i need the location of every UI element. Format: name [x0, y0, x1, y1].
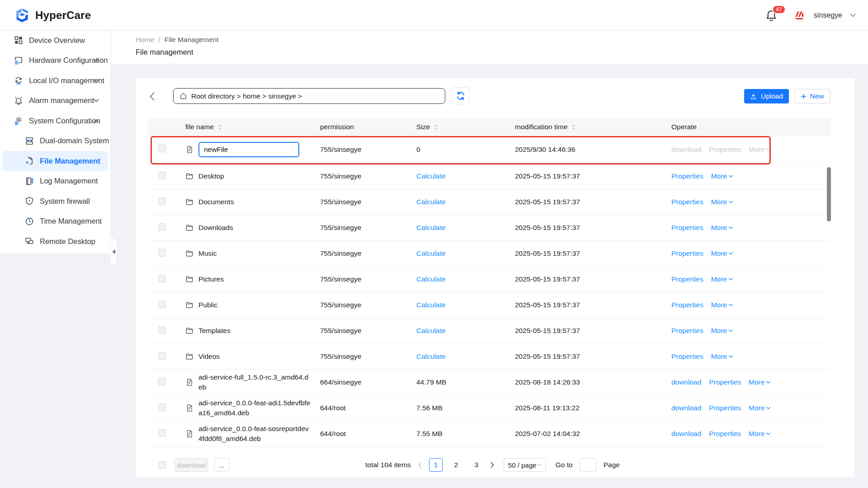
upload-button[interactable]: Upload	[744, 89, 789, 103]
folder-icon	[185, 352, 193, 361]
goto-page-input[interactable]	[580, 458, 597, 472]
properties-action[interactable]: Properties	[671, 249, 703, 258]
properties-action[interactable]: Properties	[671, 352, 703, 361]
column-header-file-name[interactable]: file name	[185, 123, 222, 131]
new-file-name-input[interactable]	[198, 142, 299, 157]
more-action[interactable]: More	[749, 378, 771, 386]
refresh-button[interactable]	[452, 87, 469, 104]
file-name[interactable]: Public	[198, 300, 217, 310]
file-name[interactable]: Documents	[198, 197, 234, 207]
back-button[interactable]	[149, 92, 155, 101]
file-name[interactable]: adi-service_0.0.0-feat-sosreportdev4fdd0…	[198, 424, 311, 443]
calculate-size-link[interactable]: Calculate	[416, 327, 446, 334]
more-action[interactable]: More	[711, 275, 733, 283]
properties-action[interactable]: Properties	[671, 172, 703, 180]
properties-action[interactable]: Properties	[709, 430, 741, 438]
download-action[interactable]: download	[671, 430, 701, 438]
user-menu-chevron-down-icon[interactable]	[849, 13, 856, 18]
bulk-more-button[interactable]: ...	[214, 458, 229, 472]
file-name[interactable]: Templates	[198, 326, 231, 336]
prev-page-button[interactable]	[418, 462, 422, 468]
row-checkbox[interactable]	[158, 223, 166, 231]
row-checkbox[interactable]	[158, 275, 166, 282]
sidebar-item-local-i-o-management[interactable]: Local I/O management	[0, 70, 110, 91]
properties-action[interactable]: Properties	[709, 404, 741, 412]
file-name[interactable]: adi-service_0.0.0-feat-adi1.5devfbfea16_…	[198, 398, 311, 418]
more-action[interactable]: More	[711, 172, 733, 180]
calculate-size-link[interactable]: Calculate	[416, 249, 446, 257]
sidebar-item-file-management[interactable]: File Management	[2, 151, 108, 171]
file-name[interactable]: Videos	[198, 352, 220, 361]
vertical-scrollbar[interactable]	[827, 167, 831, 221]
row-checkbox[interactable]	[158, 429, 166, 437]
properties-action[interactable]: Properties	[709, 378, 741, 386]
file-name[interactable]: Pictures	[198, 274, 224, 284]
sidebar-item-alarm-management[interactable]: Alarm management	[0, 91, 110, 111]
more-action[interactable]: More	[711, 352, 733, 361]
row-checkbox[interactable]	[158, 249, 166, 257]
sidebar-item-system-firewall[interactable]: System firewall	[0, 191, 110, 211]
notifications-button[interactable]: 47	[765, 9, 778, 22]
calculate-size-link[interactable]: Calculate	[416, 352, 446, 360]
more-action[interactable]: More	[711, 224, 733, 232]
sidebar-item-remote-desktop[interactable]: Remote Desktop	[0, 231, 110, 252]
row-checkbox[interactable]	[158, 404, 166, 411]
properties-action[interactable]: Properties	[671, 327, 703, 335]
avatar[interactable]	[792, 8, 807, 23]
column-header-modification-time[interactable]: modification time	[515, 123, 671, 131]
row-checkbox[interactable]	[158, 172, 166, 179]
download-action[interactable]: download	[671, 378, 701, 386]
more-action[interactable]: More	[749, 430, 771, 438]
row-checkbox[interactable]	[158, 300, 166, 308]
sidebar-item-label: Alarm management	[29, 96, 94, 105]
file-name[interactable]: adi-service-full_1.5.0-rc.3_amd64.deb	[198, 372, 311, 392]
more-action[interactable]: More	[711, 327, 733, 335]
sidebar-item-log-management[interactable]: Log Management	[0, 171, 110, 192]
properties-action[interactable]: Properties	[671, 198, 703, 206]
sidebar-item-device-overview[interactable]: Device Overview	[0, 30, 110, 51]
sidebar-item-hardware-configuration[interactable]: Hardware Configuration	[0, 51, 110, 71]
page-number-2[interactable]: 2	[449, 458, 463, 472]
column-header-Size[interactable]: Size	[416, 123, 515, 131]
download-action: download	[671, 145, 701, 154]
doc-icon	[185, 145, 193, 154]
more-action[interactable]: More	[749, 404, 771, 412]
file-name[interactable]: Music	[198, 249, 217, 258]
more-action[interactable]: More	[711, 198, 733, 206]
calculate-size-link[interactable]: Calculate	[416, 224, 446, 231]
file-permission: 755/sinsegye	[320, 224, 416, 232]
more-chevron-icon	[766, 406, 771, 410]
row-checkbox[interactable]	[158, 378, 166, 385]
file-name[interactable]: Downloads	[198, 223, 233, 233]
next-page-button[interactable]	[490, 462, 495, 468]
page-number-1[interactable]: 1	[429, 458, 443, 472]
file-name[interactable]: Desktop	[198, 171, 224, 181]
new-button[interactable]: New	[794, 89, 830, 103]
calculate-size-link[interactable]: Calculate	[416, 172, 446, 180]
breadcrumb-home[interactable]: Home	[136, 36, 154, 44]
download-action[interactable]: download	[671, 404, 701, 412]
properties-action[interactable]: Properties	[671, 301, 703, 309]
calculate-size-link[interactable]: Calculate	[416, 301, 446, 309]
modification-time: 2025-05-15 19:57:37	[515, 249, 671, 258]
sidebar-item-system-configuration[interactable]: System Configuration	[0, 111, 110, 131]
sidebar-item-dual-domain-system[interactable]: Dual-domain System	[0, 131, 110, 151]
properties-action[interactable]: Properties	[671, 275, 703, 283]
row-checkbox[interactable]	[158, 197, 166, 205]
calculate-size-link[interactable]: Calculate	[416, 198, 446, 206]
dual-domain-icon	[25, 136, 34, 145]
sidebar-item-time-management[interactable]: Time Management	[0, 211, 110, 232]
row-checkbox[interactable]	[158, 326, 166, 334]
more-action[interactable]: More	[711, 301, 733, 309]
sidebar-collapse-handle[interactable]	[111, 237, 117, 267]
row-checkbox[interactable]	[158, 145, 166, 152]
calculate-size-link[interactable]: Calculate	[416, 275, 446, 283]
properties-action[interactable]: Properties	[671, 224, 703, 232]
page-size-select[interactable]: 50 / page	[504, 458, 546, 472]
path-input[interactable]: Root directory > home > sinsegye >	[173, 88, 445, 104]
select-all-checkbox[interactable]	[158, 461, 166, 469]
page-number-3[interactable]: 3	[470, 458, 483, 472]
more-action[interactable]: More	[711, 249, 733, 258]
row-checkbox[interactable]	[158, 352, 166, 360]
file-permission: 755/sinsegye	[320, 198, 416, 206]
